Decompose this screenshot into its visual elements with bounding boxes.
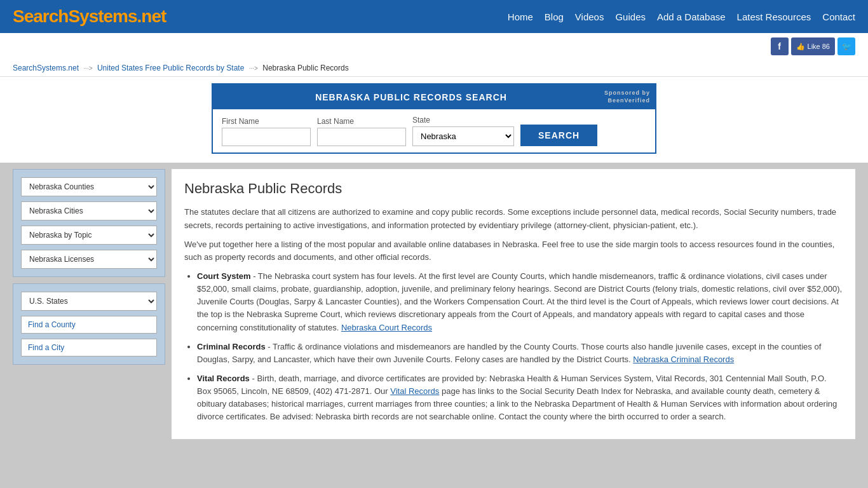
- nebraska-criminal-records-link[interactable]: Nebraska Criminal Records: [633, 355, 734, 364]
- breadcrumb-sep1: ···>: [83, 65, 92, 72]
- social-bar: f 👍 Like 86 🐦: [0, 33, 868, 60]
- search-box-title: NEBRASKA PUBLIC RECORDS SEARCH: [218, 92, 604, 102]
- article-intro1: The statutes declare that all citizens a…: [184, 206, 843, 231]
- list-item-criminal: Criminal Records - Traffic & ordinance v…: [197, 341, 843, 366]
- search-button[interactable]: SEARCH: [520, 125, 597, 146]
- logo-accent: .net: [137, 6, 166, 26]
- main-content: Nebraska Counties Adams Antelope Arthur …: [0, 163, 868, 445]
- nav-add-database[interactable]: Add a Database: [657, 11, 726, 22]
- breadcrumb-home[interactable]: SearchSystems.net: [13, 64, 79, 72]
- sponsored-line1: Sponsored by: [604, 90, 650, 96]
- sponsored-line2: BeenVerified: [607, 97, 650, 104]
- search-box: NEBRASKA PUBLIC RECORDS SEARCH Sponsored…: [212, 83, 656, 154]
- site-header: SearchSystems.net Home Blog Videos Guide…: [0, 0, 868, 33]
- court-label: Court System: [197, 271, 251, 281]
- first-name-label: First Name: [222, 117, 311, 126]
- sidebar-section-nebraska: Nebraska Counties Adams Antelope Arthur …: [13, 169, 165, 277]
- like-count: Like 86: [808, 43, 830, 50]
- state-group: State Nebraska Alabama Alaska Arizona Ar…: [412, 116, 514, 146]
- vital-label: Vital Records: [197, 374, 250, 383]
- site-logo[interactable]: SearchSystems.net: [13, 6, 166, 27]
- nebraska-by-topic-select[interactable]: Nebraska by Topic Court Records Criminal…: [21, 226, 157, 245]
- article-content: Nebraska Public Records The statutes dec…: [172, 169, 855, 438]
- sidebar: Nebraska Counties Adams Antelope Arthur …: [13, 169, 165, 438]
- facebook-like-button[interactable]: 👍 Like 86: [791, 37, 835, 55]
- nav-videos[interactable]: Videos: [575, 11, 604, 22]
- find-city-link[interactable]: Find a City: [21, 339, 157, 356]
- last-name-input[interactable]: [317, 128, 406, 146]
- state-select[interactable]: Nebraska Alabama Alaska Arizona Arkansas…: [412, 126, 514, 146]
- sponsored-label: Sponsored by BeenVerified: [604, 90, 650, 104]
- nav-latest-resources[interactable]: Latest Resources: [737, 11, 811, 22]
- state-label: State: [412, 116, 514, 125]
- nav-contact[interactable]: Contact: [822, 11, 855, 22]
- nav-blog[interactable]: Blog: [545, 11, 564, 22]
- last-name-label: Last Name: [317, 117, 406, 126]
- nebraska-court-records-link[interactable]: Nebraska Court Records: [341, 323, 432, 332]
- nav-home[interactable]: Home: [508, 11, 533, 22]
- breadcrumb-us-records[interactable]: United States Free Public Records by Sta…: [97, 64, 244, 72]
- logo-main: SearchSystems: [13, 6, 137, 26]
- list-item-vital: Vital Records - Birth, death, marriage, …: [197, 372, 843, 424]
- nebraska-cities-select[interactable]: Nebraska Cities Omaha Lincoln Bellevue: [21, 201, 157, 220]
- nav-guides[interactable]: Guides: [615, 11, 646, 22]
- twitter-icon[interactable]: 🐦: [837, 37, 855, 55]
- article-intro2: We've put together here a listing of the…: [184, 238, 843, 264]
- facebook-icon[interactable]: f: [771, 37, 789, 55]
- first-name-group: First Name: [222, 117, 311, 146]
- last-name-group: Last Name: [317, 117, 406, 146]
- breadcrumb: SearchSystems.net ···> United States Fre…: [0, 60, 868, 77]
- list-item-court: Court System - The Nebraska court system…: [197, 270, 843, 334]
- find-county-link[interactable]: Find a County: [21, 316, 157, 334]
- article-title: Nebraska Public Records: [184, 178, 843, 200]
- first-name-input[interactable]: [222, 128, 311, 146]
- nebraska-licenses-select[interactable]: Nebraska Licenses Business Professional …: [21, 250, 157, 269]
- search-box-container: NEBRASKA PUBLIC RECORDS SEARCH Sponsored…: [0, 77, 868, 163]
- us-states-select[interactable]: U.S. States Alabama Alaska Arizona Arkan…: [21, 292, 157, 311]
- vital-records-link[interactable]: Vital Records: [390, 386, 439, 396]
- article-list: Court System - The Nebraska court system…: [197, 270, 843, 424]
- main-nav: Home Blog Videos Guides Add a Database L…: [508, 11, 855, 22]
- sidebar-section-us: U.S. States Alabama Alaska Arizona Arkan…: [13, 283, 165, 365]
- court-text: - The Nebraska court system has four lev…: [197, 271, 842, 332]
- like-label: 👍: [796, 43, 805, 51]
- breadcrumb-current: Nebraska Public Records: [262, 64, 348, 72]
- search-box-header: NEBRASKA PUBLIC RECORDS SEARCH Sponsored…: [213, 85, 655, 109]
- search-fields: First Name Last Name State Nebraska Alab…: [213, 109, 655, 152]
- criminal-label: Criminal Records: [197, 342, 266, 351]
- breadcrumb-sep2: ···>: [249, 65, 258, 72]
- nebraska-counties-select[interactable]: Nebraska Counties Adams Antelope Arthur …: [21, 177, 157, 196]
